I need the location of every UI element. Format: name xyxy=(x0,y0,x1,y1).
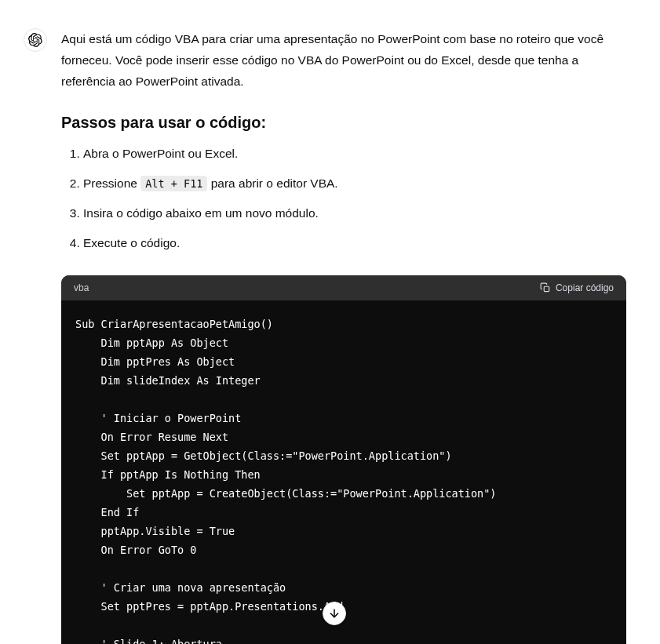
step-item: Pressione Alt + F11 para abrir o editor … xyxy=(83,174,626,194)
copy-code-button[interactable]: Copiar código xyxy=(540,282,614,293)
copy-label: Copiar código xyxy=(556,282,614,293)
step-item: Abra o PowerPoint ou Excel. xyxy=(83,144,626,164)
code-content[interactable]: Sub CriarApresentacaoPetAmigo() Dim pptA… xyxy=(61,300,626,644)
svg-rect-0 xyxy=(544,286,549,291)
scroll-down-button[interactable] xyxy=(323,602,346,625)
step-text: para abrir o editor VBA. xyxy=(207,176,337,190)
inline-code: Alt + F11 xyxy=(140,176,207,191)
code-language-label: vba xyxy=(74,282,89,293)
copy-icon xyxy=(540,282,551,293)
arrow-down-icon xyxy=(328,607,341,620)
intro-paragraph: Aqui está um código VBA para criar uma a… xyxy=(61,28,626,92)
assistant-avatar xyxy=(24,28,47,52)
step-item: Insira o código abaixo em um novo módulo… xyxy=(83,204,626,224)
message-content: Aqui está um código VBA para criar uma a… xyxy=(61,28,626,644)
step-item: Execute o código. xyxy=(83,234,626,253)
code-header: vba Copiar código xyxy=(61,275,626,300)
code-block: vba Copiar código Sub CriarApresentacaoP… xyxy=(61,275,626,644)
step-text: Pressione xyxy=(83,176,140,190)
steps-list: Abra o PowerPoint ou Excel. Pressione Al… xyxy=(61,144,626,253)
steps-heading: Passos para usar o código: xyxy=(61,114,626,132)
openai-logo-icon xyxy=(28,33,42,47)
